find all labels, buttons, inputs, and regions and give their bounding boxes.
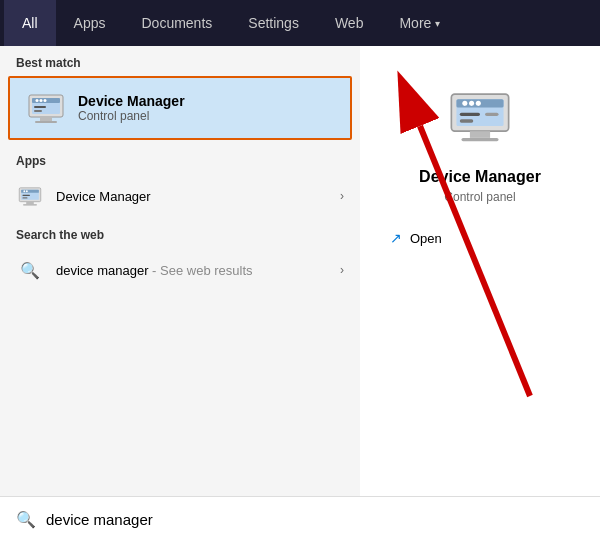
svg-point-15 [23, 190, 25, 192]
nav-label-web: Web [335, 15, 364, 31]
svg-rect-3 [40, 117, 52, 121]
best-match-icon [26, 88, 66, 128]
svg-point-5 [36, 99, 39, 102]
svg-point-6 [40, 99, 43, 102]
app-item-device-manager[interactable]: Device Manager › [0, 174, 360, 218]
nav-label-more: More [399, 15, 431, 31]
search-bar: 🔍 [0, 496, 600, 542]
best-match-title: Device Manager [78, 93, 185, 109]
right-panel-subtitle: Control panel [444, 190, 515, 204]
search-icon: 🔍 [16, 510, 36, 529]
web-query-suffix: - See web results [149, 263, 253, 278]
nav-label-settings: Settings [248, 15, 299, 31]
web-item-query: device manager - See web results [56, 263, 340, 278]
svg-rect-9 [34, 110, 42, 112]
svg-line-31 [420, 126, 530, 396]
nav-item-apps[interactable]: Apps [56, 0, 124, 46]
svg-rect-28 [460, 119, 473, 122]
nav-item-more[interactable]: More ▾ [381, 0, 458, 46]
svg-rect-22 [470, 131, 490, 138]
svg-rect-13 [26, 202, 34, 205]
nav-item-settings[interactable]: Settings [230, 0, 317, 46]
web-search-label: Search the web [0, 218, 360, 248]
nav-item-documents[interactable]: Documents [123, 0, 230, 46]
app-item-chevron-icon: › [340, 189, 344, 203]
svg-rect-8 [34, 106, 46, 108]
more-chevron-icon: ▾ [435, 18, 440, 29]
nav-item-all[interactable]: All [4, 0, 56, 46]
search-input[interactable] [46, 511, 584, 528]
open-label: Open [410, 231, 442, 246]
best-match-item[interactable]: Device Manager Control panel [8, 76, 352, 140]
best-match-label: Best match [0, 46, 360, 76]
nav-label-all: All [22, 15, 38, 31]
right-panel: Device Manager Control panel ↗ Open [360, 46, 600, 496]
svg-rect-23 [461, 138, 498, 141]
svg-rect-4 [35, 121, 57, 123]
app-item-title: Device Manager [56, 189, 340, 204]
right-panel-title: Device Manager [419, 168, 541, 186]
svg-rect-18 [22, 197, 27, 198]
svg-point-24 [462, 101, 467, 106]
app-device-manager-icon [16, 182, 44, 210]
svg-rect-29 [485, 113, 498, 116]
nav-item-web[interactable]: Web [317, 0, 382, 46]
nav-label-apps: Apps [74, 15, 106, 31]
svg-rect-27 [460, 113, 480, 116]
svg-point-25 [469, 101, 474, 106]
svg-rect-17 [22, 195, 30, 196]
web-search-item[interactable]: 🔍 device manager - See web results › [0, 248, 360, 292]
web-item-chevron-icon: › [340, 263, 344, 277]
open-action[interactable]: ↗ Open [380, 224, 580, 252]
svg-point-26 [476, 101, 481, 106]
search-web-icon: 🔍 [16, 256, 44, 284]
best-match-subtitle: Control panel [78, 109, 185, 123]
main-content: Best match Device Manager [0, 46, 600, 496]
best-match-text: Device Manager Control panel [78, 93, 185, 123]
svg-point-7 [44, 99, 47, 102]
right-panel-icon [440, 76, 520, 156]
svg-point-16 [26, 190, 28, 192]
open-icon: ↗ [390, 230, 402, 246]
top-nav: All Apps Documents Settings Web More ▾ [0, 0, 600, 46]
web-query-text: device manager [56, 263, 149, 278]
nav-label-documents: Documents [141, 15, 212, 31]
apps-label: Apps [0, 144, 360, 174]
svg-rect-14 [23, 204, 37, 205]
left-panel: Best match Device Manager [0, 46, 360, 496]
